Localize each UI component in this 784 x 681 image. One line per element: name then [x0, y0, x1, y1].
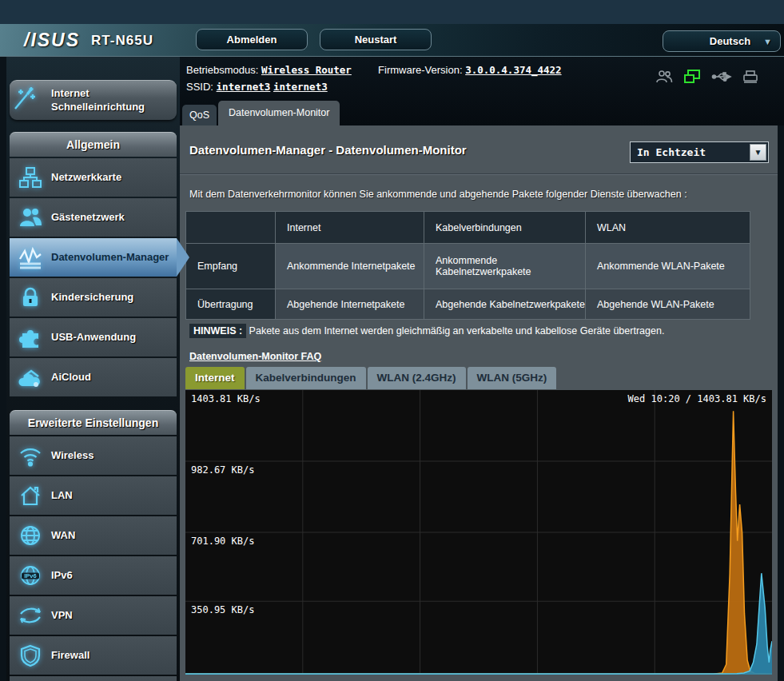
- table-header-internet: Internet: [276, 212, 424, 244]
- y-axis-label: 350.95 KB/s: [191, 604, 254, 615]
- firmware-link[interactable]: 3.0.0.4.374_4422: [465, 64, 561, 76]
- top-tabs: QoS Datenvolumen-Monitor: [182, 101, 341, 125]
- house-icon: [10, 484, 51, 508]
- table-row: Übertragung Abgehende Internetpakete Abg…: [186, 289, 750, 320]
- sidebar-item-wan[interactable]: WAN: [10, 516, 177, 555]
- language-dropdown[interactable]: Deutsch ▼: [663, 30, 781, 52]
- y-axis-label: 701.90 KB/s: [191, 536, 254, 547]
- sidebar-item-vpn[interactable]: VPN: [10, 596, 177, 635]
- sidebar-section-erweitert: Erweiterte Einstellungen Wireless LAN: [10, 410, 177, 681]
- firmware-label: Firmware-Version:: [378, 64, 462, 76]
- table-cell: Ankommende Internetpakete: [276, 244, 424, 289]
- mode-label: Betriebsmodus:: [186, 64, 258, 76]
- sidebar-item-datenvolumen-manager[interactable]: Datenvolumen-Manager: [10, 238, 177, 277]
- ssid-link-1[interactable]: internet3: [217, 81, 271, 93]
- chart-tab-kabelverbindungen[interactable]: Kabelverbindungen: [246, 367, 366, 389]
- asus-logo: /ISUS: [24, 30, 80, 51]
- tab-datenvolumen-monitor[interactable]: Datenvolumen-Monitor: [218, 101, 340, 125]
- sidebar-item-quick-setup[interactable]: Internet Schnelleinrichtung: [10, 80, 177, 120]
- app-header: /ISUS RT-N65U Abmelden Neustart Deutsch …: [0, 24, 784, 57]
- section-title: Erweiterte Einstellungen: [10, 410, 177, 435]
- status-icons: [655, 69, 758, 85]
- ssid-link-2[interactable]: internet3: [273, 81, 328, 93]
- puzzle-icon: [10, 325, 51, 349]
- sidebar-item-netzwerkkarte[interactable]: Netzwerkkarte: [10, 158, 177, 197]
- hint-label: HINWEIS :: [189, 324, 246, 338]
- monitor-description: Mit dem Datenverkehrmonitor können Sie a…: [189, 189, 687, 200]
- page-title: Datenvolumen-Manager - Datenvolumen-Moni…: [189, 143, 467, 157]
- current-value-label: Wed 10:20 / 1403.81 KB/s: [628, 393, 766, 404]
- guests-icon: [10, 205, 51, 229]
- row-label: Empfang: [186, 244, 276, 289]
- select-chevron-icon: ▼: [750, 144, 766, 161]
- router-model: RT-N65U: [91, 33, 153, 49]
- y-axis-max-label: 1403.81 KB/s: [191, 393, 261, 404]
- sidebar-item-firewall[interactable]: Firewall: [10, 636, 177, 675]
- mode-link[interactable]: Wireless Router: [261, 64, 352, 76]
- table-header-kabel: Kabelverbindungen: [424, 212, 586, 244]
- table-row: Empfang Ankommende Internetpakete Ankomm…: [186, 244, 750, 289]
- sidebar-item-label: Internet Schnelleinrichtung: [51, 87, 171, 114]
- chart-tab-wlan5[interactable]: WLAN (5GHz): [468, 367, 557, 389]
- lock-icon: [10, 285, 51, 309]
- y-axis-label: 982.67 KB/s: [191, 464, 254, 476]
- sidebar-item-kindersicherung[interactable]: Kindersicherung: [10, 278, 177, 317]
- sidebar-item-partial[interactable]: [10, 676, 177, 681]
- svg-text:IPv6: IPv6: [24, 572, 36, 579]
- ssid-label: SSID:: [186, 81, 213, 93]
- table-cell: Abgehende Kabelnetzwerkpakete: [424, 289, 586, 320]
- main-content: Datenvolumen-Manager - Datenvolumen-Moni…: [180, 125, 778, 681]
- chevron-down-icon: ▼: [763, 37, 772, 46]
- sidebar-section-allgemein: Allgemein Netzwerkkarte Gäste: [10, 132, 177, 396]
- sidebar-item-gaestenetzwerk[interactable]: Gästenetzwerk: [10, 198, 177, 237]
- chart-tabs: Internet Kabelverbindungen WLAN (2.4GHz)…: [185, 367, 556, 389]
- table-cell: Abgehende WLAN-Pakete: [586, 289, 750, 320]
- time-range-value: In Echtzeit: [631, 146, 750, 158]
- network-map-icon: [10, 165, 51, 189]
- clients-icon[interactable]: [655, 70, 673, 84]
- traffic-chart-plot: [185, 390, 772, 675]
- tab-qos[interactable]: QoS: [182, 105, 217, 125]
- network-status-icon[interactable]: [683, 69, 701, 85]
- usb-icon[interactable]: [711, 71, 732, 82]
- table-header-wlan: WLAN: [586, 212, 750, 244]
- time-range-select[interactable]: In Echtzeit ▼: [630, 141, 769, 163]
- top-bar: [0, 0, 784, 24]
- sidebar-item-usb-anwendung[interactable]: USB-Anwendung: [10, 318, 177, 356]
- table-header-empty: [186, 212, 276, 244]
- sidebar: Internet Schnelleinrichtung Allgemein Ne…: [6, 57, 180, 681]
- table-cell: Ankommende WLAN-Pakete: [586, 244, 750, 289]
- vpn-arrows-icon: [10, 604, 51, 627]
- chart-tab-wlan24[interactable]: WLAN (2.4GHz): [368, 367, 466, 389]
- sidebar-item-aicloud[interactable]: AiCloud: [10, 358, 177, 396]
- chart-tab-internet[interactable]: Internet: [185, 367, 245, 389]
- printer-icon[interactable]: [742, 70, 758, 84]
- shield-icon: [10, 643, 51, 667]
- faq-link[interactable]: Datenvolumen-Monitor FAQ: [189, 351, 321, 362]
- faq-link-row: Datenvolumen-Monitor FAQ: [189, 348, 321, 363]
- hint-text: Pakete aus dem Internet werden gleichmäß…: [249, 325, 665, 337]
- title-divider: [180, 173, 778, 175]
- sidebar-item-lan[interactable]: LAN: [10, 476, 177, 515]
- logout-button[interactable]: Abmelden: [196, 29, 308, 50]
- traffic-chart: 1403.81 KB/s Wed 10:20 / 1403.81 KB/s 98…: [185, 390, 772, 675]
- ipv6-globe-icon: IPv6: [10, 564, 51, 587]
- section-title: Allgemein: [10, 132, 177, 157]
- sidebar-item-wireless[interactable]: Wireless: [10, 436, 177, 475]
- table-cell: Ankommende Kabelnetzwerkpakete: [424, 244, 586, 289]
- hint-note: HINWEIS : Pakete aus dem Internet werden…: [189, 325, 664, 337]
- globe-icon: [10, 524, 51, 548]
- packet-types-table: Internet Kabelverbindungen WLAN Empfang …: [185, 211, 750, 320]
- status-bar: Betriebsmodus: Wireless Router Firmware-…: [180, 57, 784, 125]
- wifi-icon: [10, 444, 51, 468]
- traffic-chart-icon: [10, 245, 51, 270]
- router-admin-page: /ISUS RT-N65U Abmelden Neustart Deutsch …: [0, 0, 784, 681]
- cloud-icon: [10, 365, 51, 389]
- table-cell: Abgehende Internetpakete: [276, 289, 424, 320]
- brand: /ISUS RT-N65U: [24, 30, 153, 51]
- sidebar-item-ipv6[interactable]: IPv6 IPv6: [10, 556, 177, 595]
- reboot-button[interactable]: Neustart: [320, 29, 432, 50]
- language-value: Deutsch: [710, 35, 750, 47]
- row-label: Übertragung: [186, 289, 276, 320]
- magic-wand-icon: [10, 85, 51, 117]
